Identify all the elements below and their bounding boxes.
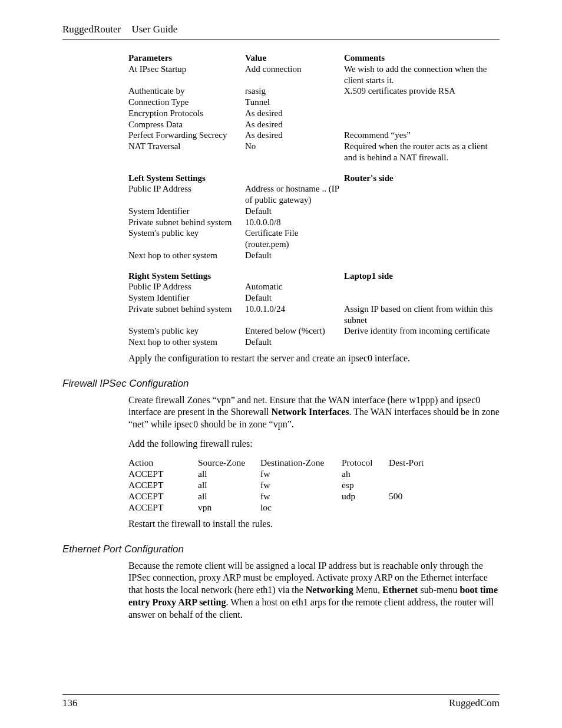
comment: Recommend “yes” — [344, 130, 500, 141]
ethernet-paragraph: Because the remote client will be assign… — [128, 560, 500, 621]
cell: all — [198, 491, 260, 502]
cell — [389, 502, 429, 513]
param: Public IP Address — [128, 183, 245, 206]
apply-paragraph: Apply the configuration to restart the s… — [128, 353, 500, 365]
cell: vpn — [198, 502, 260, 513]
param: System's public key — [128, 228, 245, 250]
param: Compress Data — [128, 119, 245, 130]
comment — [344, 292, 500, 304]
comment — [344, 108, 500, 119]
param: NAT Traversal — [128, 141, 245, 163]
cell: all — [198, 480, 260, 491]
firewall-paragraph-3: Restart the firewall to install the rule… — [128, 518, 500, 531]
firewall-paragraph-1: Create firewall Zones “vpn” and net. Ens… — [128, 394, 500, 431]
ethernet-heading: Ethernet Port Configuration — [62, 543, 500, 555]
cell — [389, 469, 429, 480]
cell: ACCEPT — [128, 469, 198, 480]
value: Default — [245, 337, 344, 348]
page-footer: 136 RuggedCom — [62, 694, 500, 709]
value: Entered below (%cert) — [245, 325, 344, 337]
cell — [342, 502, 389, 513]
comment — [344, 97, 500, 108]
param: System's public key — [128, 325, 245, 337]
cell: esp — [342, 480, 389, 491]
value: Default — [245, 292, 344, 304]
comment: Assign IP based on client from within th… — [344, 304, 500, 326]
comment — [344, 228, 500, 250]
footer-brand: RuggedCom — [449, 697, 500, 709]
value: Address or hostname .. (IP of public gat… — [245, 183, 344, 206]
cell: ACCEPT — [128, 502, 198, 513]
param: Authenticate by — [128, 85, 245, 97]
comment: We wish to add the connection when the c… — [344, 64, 500, 86]
param: Connection Type — [128, 97, 245, 108]
hdr-destport: Dest-Port — [389, 457, 429, 469]
firewall-rules-table: Action Source-Zone Destination-Zone Prot… — [128, 457, 429, 513]
value: Add connection — [245, 64, 344, 86]
param: Encryption Protocols — [128, 108, 245, 119]
cell: fw — [260, 491, 342, 502]
text: Menu, — [353, 585, 382, 595]
param: System Identifier — [128, 292, 245, 304]
value: Default — [245, 206, 344, 217]
value: rsasig — [245, 85, 344, 97]
bold-text: Ethernet — [382, 585, 418, 595]
comment: Required when the router acts as a clien… — [344, 141, 500, 163]
ipsec-parameters-table: Parameters Value Comments At IPsec Start… — [128, 52, 500, 348]
right-settings-heading: Right System Settings — [128, 271, 211, 281]
col-value: Value — [245, 53, 266, 62]
text: sub-menu — [418, 585, 459, 595]
hdr-action: Action — [128, 457, 198, 469]
left-settings-side: Router's side — [344, 173, 394, 183]
col-parameters: Parameters — [128, 53, 172, 62]
comment: X.509 certificates provide RSA — [344, 85, 500, 97]
value: 10.0.0.0/8 — [245, 217, 344, 228]
cell: loc — [260, 502, 342, 513]
right-settings-side: Laptop1 side — [344, 271, 393, 281]
header-guide: User Guide — [131, 24, 177, 35]
cell: ah — [342, 469, 389, 480]
bold-text: Networking — [306, 585, 353, 595]
param: Public IP Address — [128, 281, 245, 292]
cell: ACCEPT — [128, 491, 198, 502]
cell: fw — [260, 480, 342, 491]
col-comments: Comments — [344, 53, 385, 62]
hdr-protocol: Protocol — [342, 457, 389, 469]
comment — [344, 250, 500, 261]
comment — [344, 281, 500, 292]
value: As desired — [245, 108, 344, 119]
value: No — [245, 141, 344, 163]
firewall-paragraph-2: Add the following firewall rules: — [128, 438, 500, 450]
cell: udp — [342, 491, 389, 502]
param: Private subnet behind system — [128, 217, 245, 228]
cell: fw — [260, 469, 342, 480]
param: At IPsec Startup — [128, 64, 245, 86]
bold-text: Network Interfaces — [272, 407, 349, 417]
param: Next hop to other system — [128, 250, 245, 261]
param: Private subnet behind system — [128, 304, 245, 326]
comment — [344, 217, 500, 228]
comment — [344, 119, 500, 130]
page-number: 136 — [62, 697, 78, 709]
left-settings-heading: Left System Settings — [128, 173, 206, 183]
comment: Derive identity from incoming certificat… — [344, 325, 500, 337]
hdr-dest: Destination-Zone — [260, 457, 342, 469]
value: As desired — [245, 119, 344, 130]
value: Default — [245, 250, 344, 261]
firewall-heading: Firewall IPSec Configuration — [62, 378, 500, 390]
comment — [344, 337, 500, 348]
param: Perfect Forwarding Secrecy — [128, 130, 245, 141]
cell: all — [198, 469, 260, 480]
value: Automatic — [245, 281, 344, 292]
cell: 500 — [389, 491, 429, 502]
cell: ACCEPT — [128, 480, 198, 491]
value: As desired — [245, 130, 344, 141]
header-product: RuggedRouter — [62, 24, 121, 35]
value: 10.0.1.0/24 — [245, 304, 344, 326]
cell — [389, 480, 429, 491]
param: System Identifier — [128, 206, 245, 217]
page-header: RuggedRouter User Guide — [62, 24, 500, 39]
hdr-source: Source-Zone — [198, 457, 260, 469]
comment — [344, 206, 500, 217]
comment — [344, 183, 500, 206]
